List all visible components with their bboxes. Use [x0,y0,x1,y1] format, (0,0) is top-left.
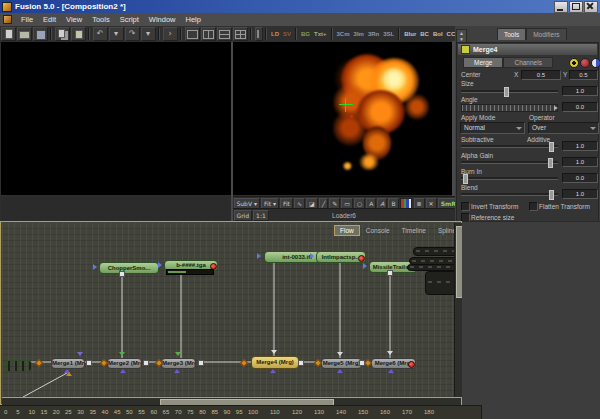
node-merge6[interactable]: Merge6 (Mrg) [371,358,416,369]
tab-modifiers[interactable]: Modifiers [526,28,566,40]
group-row1[interactable] [413,247,454,256]
pen-icon[interactable]: ✎ [329,198,340,209]
redo-dropdown-icon[interactable]: ▾ [141,27,156,41]
node-merge5[interactable]: Merge5 (Mrg) [321,358,362,369]
node-merge4[interactable]: Merge4 (Mrg) [251,356,299,369]
menu-help[interactable]: Help [181,14,206,26]
render-disabled-dot[interactable] [408,361,415,368]
panel-toggle-icon[interactable] [255,27,263,41]
save-icon[interactable] [33,27,48,41]
layers-icon[interactable]: ≣ [414,198,425,209]
operator-dropdown[interactable]: Over [528,122,599,134]
left-viewer[interactable] [1,42,231,195]
layout-single-icon[interactable] [185,27,200,41]
alpha-gain-field[interactable]: 1.0 [562,157,598,167]
merge-center-crosshair[interactable] [339,98,353,112]
loader-clip-node[interactable] [4,360,32,372]
tool-shortcut-txtplus[interactable]: Txt+ [312,28,329,40]
menu-edit[interactable]: Edit [38,14,61,26]
flow-vertical-scrollbar[interactable] [454,223,462,397]
apply-mode-dropdown[interactable]: Normal [460,122,525,134]
tool-shortcut-sv[interactable]: SV [281,28,293,40]
flow-tab-spline[interactable]: Spline [432,225,454,236]
blend-slider[interactable] [461,193,558,196]
copy-icon[interactable] [55,27,70,41]
tool-shortcut-ld[interactable]: LD [269,28,281,40]
angle-thumbwheel[interactable] [461,104,558,112]
tool-shortcut-cc[interactable]: CC [445,28,455,40]
text-fx-icon[interactable]: A [377,198,387,209]
subtractive-additive-field[interactable]: 1.0 [562,141,598,151]
tool-shortcut-3cm[interactable]: 3Cm [335,28,352,40]
fit-dropdown[interactable]: Fit ▾ [261,198,279,209]
paste-icon[interactable] [71,27,86,41]
blend-field[interactable]: 1.0 [562,189,598,199]
minimize-button[interactable] [554,1,568,13]
size-slider[interactable] [461,90,558,93]
tab-tools[interactable]: Tools [497,28,526,40]
subtab-merge[interactable]: Merge [463,57,503,68]
tool-shortcut-3sl[interactable]: 3SL [381,28,396,40]
buffer-b-icon[interactable]: B [388,198,398,209]
node-intimpact[interactable]: IntImpactsp... [316,251,366,263]
rgb-channels-icon[interactable] [400,198,412,209]
tool-shortcut-blur[interactable]: Blur [402,28,418,40]
subtab-channels[interactable]: Channels [503,57,552,68]
right-viewer[interactable] [233,42,452,195]
size-field[interactable]: 1.0 [562,86,598,96]
tool-shortcut-bg[interactable]: BG [299,28,312,40]
undo-dropdown-icon[interactable]: ▾ [109,27,124,41]
menu-window[interactable]: Window [144,14,181,26]
tool-shortcut-bol[interactable]: Bol [431,28,445,40]
alpha-gain-slider[interactable] [461,161,558,164]
angle-handle-dot[interactable] [350,115,353,118]
menu-script[interactable]: Script [115,14,144,26]
center-x-field[interactable]: 0.5 [521,70,561,80]
render-disabled-dot[interactable] [358,255,365,262]
burn-in-slider[interactable] [461,177,558,180]
wave-icon[interactable]: ∿ [294,198,305,209]
render-icon[interactable]: › [163,27,178,41]
node-choppersmoke[interactable]: ChopperSmo... [99,262,159,274]
layout-quad-icon[interactable] [233,27,248,41]
ellipse-icon[interactable]: ○ [354,198,365,209]
tool-shortcut-bc[interactable]: BC [418,28,431,40]
close-icon[interactable]: ✕ [426,198,437,209]
flow-canvas[interactable]: ChopperSmo...b-####.tgaint-0033.iflIntIm… [2,223,454,397]
center-y-field[interactable]: 0.5 [569,70,598,80]
group-box[interactable] [425,271,454,295]
maximize-button[interactable] [569,1,583,13]
panel-spinner-icon[interactable]: ▲▼ [456,29,467,43]
layout-split-icon[interactable] [201,27,216,41]
buffer-a-icon[interactable]: A [366,198,376,209]
undo-icon[interactable]: ↶ [93,27,108,41]
node-merge2[interactable]: Merge2 (Mrg) [107,358,142,369]
menu-file[interactable]: File [16,14,38,26]
burn-in-field[interactable]: 0.0 [562,173,598,183]
node-header[interactable]: Merge4 [458,44,597,55]
redo-icon[interactable]: ↷ [125,27,140,41]
flow-horizontal-scrollbar[interactable] [2,397,461,405]
node-merge1[interactable]: Merge1 (Mrg) [51,358,85,369]
mask-icon[interactable] [591,58,600,68]
angle-field[interactable]: 0.0 [562,102,598,112]
node-merge3[interactable]: Merge3 (Mrg) [161,358,196,369]
title-bar[interactable]: Fusion 5.0 - [Composition2 *] [0,0,600,13]
tool-shortcut-3im[interactable]: 3Im [352,28,366,40]
red-channel-icon[interactable] [580,58,590,68]
flow-tab-flow[interactable]: Flow [334,225,360,236]
flow-tab-timeline[interactable]: Timeline [396,225,432,236]
fit-button[interactable]: Fit [280,198,293,209]
gradient-icon[interactable]: ◪ [306,198,318,209]
subview-button[interactable]: SubV ▾ [234,198,260,209]
invert-transform-checkbox[interactable] [461,202,470,211]
flatten-transform-checkbox[interactable] [529,202,538,211]
menu-tools[interactable]: Tools [87,14,115,26]
line-icon[interactable]: ╱ [319,198,329,209]
close-button[interactable] [584,1,598,13]
layout-rows-icon[interactable] [217,27,232,41]
flow-tab-console[interactable]: Console [360,225,396,236]
time-ruler[interactable]: 0510152025303540455055606570758085909510… [0,405,482,419]
open-file-icon[interactable] [17,27,32,41]
new-file-icon[interactable] [1,27,16,41]
